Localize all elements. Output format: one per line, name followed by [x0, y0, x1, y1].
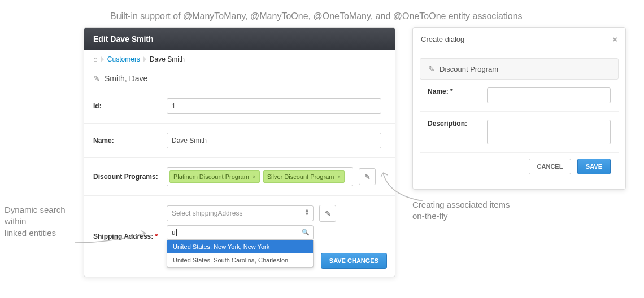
- discount-tag-input[interactable]: Platinum Discount Program × Silver Disco…: [167, 167, 353, 186]
- dropdown-item[interactable]: United States, South Carolina, Charlesto…: [167, 253, 313, 267]
- discount-label: Discount Programs:: [93, 173, 167, 181]
- required-marker: *: [450, 87, 453, 95]
- discount-tag[interactable]: Platinum Discount Program ×: [169, 170, 260, 183]
- dialog-desc-input[interactable]: [487, 120, 611, 144]
- edit-panel: Edit Dave Smith ⌂ Customers Dave Smith ✎…: [84, 27, 395, 277]
- text-cursor: [176, 229, 177, 236]
- dialog-title: Create dialog: [421, 35, 464, 43]
- dialog-name-row: Name: *: [420, 80, 619, 112]
- dialog-desc-label: Description:: [428, 120, 487, 128]
- name-input[interactable]: [167, 133, 381, 148]
- discount-row: Discount Programs: Platinum Discount Pro…: [84, 158, 395, 196]
- shipping-select[interactable]: Select shippingAddress ▲▼: [167, 205, 314, 221]
- create-dialog: Create dialog × ✎ Discount Program Name:…: [412, 27, 626, 190]
- dialog-sub-text: Discount Program: [440, 65, 498, 73]
- create-shipping-button[interactable]: ✎: [319, 205, 336, 222]
- shipping-dropdown: United States, New York, New York United…: [167, 240, 314, 268]
- remove-tag-icon[interactable]: ×: [253, 174, 256, 180]
- edit-icon: ✎: [428, 64, 435, 73]
- create-discount-button[interactable]: ✎: [359, 168, 376, 185]
- required-marker: *: [155, 233, 158, 240]
- dialog-name-label: Name: *: [428, 87, 487, 95]
- id-input[interactable]: [167, 98, 381, 114]
- close-icon[interactable]: ×: [612, 34, 617, 44]
- home-icon[interactable]: ⌂: [93, 55, 98, 63]
- breadcrumb-customers-link[interactable]: Customers: [107, 55, 140, 63]
- discount-tag[interactable]: Silver Discount Program ×: [263, 170, 345, 183]
- shipping-row: Shipping Address: * Select shippingAddre…: [93, 205, 386, 268]
- search-icon: 🔍: [302, 229, 310, 236]
- dropdown-item[interactable]: United States, New York, New York: [167, 240, 313, 253]
- tag-label: Silver Discount Program: [267, 173, 334, 180]
- create-icon: ✎: [325, 209, 331, 218]
- panel-title: Edit Dave Smith: [84, 28, 395, 50]
- breadcrumb-sep-icon: [101, 56, 104, 62]
- caption-top: Built-in support of @ManyToMany, @ManyTo…: [110, 11, 523, 21]
- name-label: Name:: [93, 137, 167, 144]
- shipping-search[interactable]: u 🔍: [167, 225, 314, 240]
- shipping-placeholder: Select shippingAddress: [172, 209, 242, 217]
- tag-label: Platinum Discount Program: [173, 173, 249, 180]
- save-button[interactable]: SAVE: [577, 159, 611, 174]
- edit-icon: ✎: [93, 74, 100, 83]
- id-row: Id:: [84, 89, 395, 124]
- sub-header: ✎ Smith, Dave: [84, 68, 395, 89]
- breadcrumb: ⌂ Customers Dave Smith: [84, 50, 395, 68]
- sub-header-text: Smith, Dave: [105, 74, 147, 83]
- search-value: u: [172, 229, 176, 236]
- cancel-button[interactable]: CANCEL: [529, 159, 572, 174]
- dialog-name-input[interactable]: [487, 87, 611, 103]
- breadcrumb-current: Dave Smith: [150, 55, 185, 63]
- shipping-label: Shipping Address: *: [93, 233, 167, 240]
- select-arrows-icon: ▲▼: [304, 208, 310, 216]
- dialog-sub-header: ✎ Discount Program: [420, 58, 619, 80]
- create-icon: ✎: [364, 173, 371, 181]
- annotation-right: Creating associated items on-the-fly: [412, 199, 510, 222]
- dialog-desc-row: Description:: [420, 112, 619, 153]
- annotation-left: Dynamic search within linked entities: [5, 204, 79, 239]
- breadcrumb-sep-icon: [143, 56, 146, 62]
- remove-tag-icon[interactable]: ×: [337, 174, 341, 180]
- name-row: Name:: [84, 124, 395, 158]
- id-label: Id:: [93, 102, 167, 110]
